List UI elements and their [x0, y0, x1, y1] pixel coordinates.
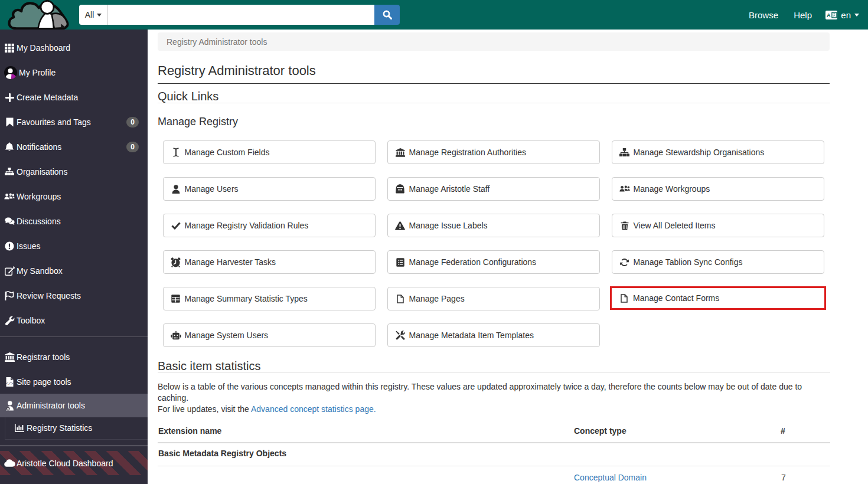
- svg-text:A: A: [827, 12, 831, 18]
- svg-text:</>: </>: [6, 382, 13, 386]
